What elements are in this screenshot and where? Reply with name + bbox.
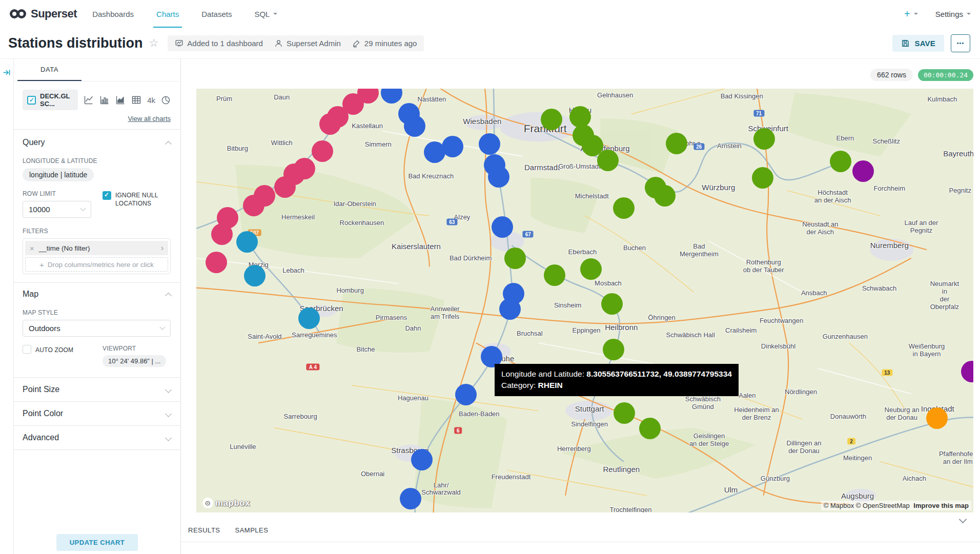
filter-time-pill[interactable]: × __time (No filter) ›: [25, 241, 168, 255]
line-chart-icon[interactable]: [84, 95, 94, 105]
road-shield: A 4: [307, 364, 319, 371]
road-shield: 71: [753, 110, 764, 116]
filter-label: __time (No filter): [39, 244, 90, 252]
map-point-cyan[interactable]: [236, 231, 258, 253]
chart-meta-badges: Added to 1 dashboard Superset Admin 29 m…: [168, 35, 424, 51]
viz-4k-option[interactable]: 4k: [147, 96, 155, 105]
map-point-blue[interactable]: [400, 488, 421, 509]
remove-filter-icon[interactable]: ×: [30, 244, 34, 253]
last-modified-badge[interactable]: 29 minutes ago: [352, 39, 417, 48]
area-chart-icon[interactable]: [115, 95, 126, 105]
map-point-purple[interactable]: [852, 160, 874, 182]
improve-map-link[interactable]: Improve this map: [913, 502, 969, 509]
map-point-blue[interactable]: [442, 136, 463, 157]
dashboard-count-badge[interactable]: Added to 1 dashboard: [175, 39, 263, 48]
superset-logo[interactable]: Superset: [9, 7, 77, 20]
road-shield: 6: [454, 427, 462, 434]
update-chart-button[interactable]: UPDATE CHART: [56, 534, 138, 551]
owner-badge[interactable]: Superset Admin: [274, 39, 341, 48]
query-section-header[interactable]: Query: [23, 138, 171, 147]
nav-item-charts[interactable]: Charts: [156, 0, 179, 28]
expand-filter-icon[interactable]: ›: [161, 243, 164, 253]
map-point-green[interactable]: [613, 197, 635, 219]
osm-attribution-link[interactable]: © OpenStreetMap: [856, 502, 910, 509]
map-point-blue[interactable]: [492, 216, 513, 238]
map-point-blue[interactable]: [479, 133, 500, 155]
map-point-orange[interactable]: [926, 407, 948, 429]
ignore-null-checkbox[interactable]: [103, 191, 111, 200]
map-point-green[interactable]: [601, 293, 623, 315]
map-point-green[interactable]: [580, 258, 602, 280]
map-point-green[interactable]: [654, 185, 676, 207]
filters-box: × __time (No filter) › + Drop columns/me…: [23, 238, 171, 274]
view-all-charts-link[interactable]: View all charts: [24, 115, 171, 122]
map-attribution[interactable]: © Mapbox © OpenStreetMap Improve this ma…: [821, 501, 971, 510]
map-style-select[interactable]: Outdoors: [23, 320, 171, 337]
tab-results[interactable]: RESULTS: [188, 526, 220, 534]
ignore-null-label: IGNORE NULL LOCATIONS: [115, 191, 162, 218]
map-point-green[interactable]: [614, 402, 635, 424]
drop-hint-label: Drop columns/metrics here or click: [48, 261, 154, 269]
expand-panel-icon[interactable]: [3, 68, 11, 77]
table-icon[interactable]: [131, 95, 141, 105]
row-count-badge: 662 rows: [870, 69, 913, 81]
map-point-pink[interactable]: [206, 252, 227, 273]
more-options-button[interactable]: •••: [951, 34, 970, 52]
tab-data[interactable]: DATA: [17, 59, 81, 81]
map-point-pink[interactable]: [274, 176, 296, 198]
bar-chart-icon[interactable]: [99, 95, 110, 105]
section-point-color[interactable]: Point Color: [14, 402, 180, 425]
map-point-blue[interactable]: [488, 166, 509, 188]
map-point-blue[interactable]: [455, 384, 477, 405]
map-point-green[interactable]: [603, 339, 624, 360]
filters-drop-zone[interactable]: + Drop columns/metrics here or click: [25, 257, 168, 272]
map-point-green[interactable]: [541, 109, 562, 130]
map-point-green[interactable]: [597, 150, 619, 171]
map-point-green[interactable]: [753, 128, 775, 150]
map-point-blue[interactable]: [404, 115, 425, 137]
map-point-blue[interactable]: [411, 449, 433, 470]
map-point-pink[interactable]: [312, 140, 333, 162]
section-point-size[interactable]: Point Size: [14, 378, 180, 401]
save-button[interactable]: SAVE: [892, 35, 944, 52]
mapbox-logo[interactable]: ⊙ mapbox: [202, 498, 250, 508]
auto-zoom-checkbox[interactable]: [23, 345, 31, 354]
map-point-pink[interactable]: [211, 223, 233, 245]
chart-header: Stations distribution ☆ Added to 1 dashb…: [0, 28, 980, 59]
chevron-up-icon: [165, 140, 172, 147]
map-point-green[interactable]: [752, 167, 773, 189]
tooltip-lonlat-value: 8.305563766511732, 49.0389774795334: [586, 370, 732, 378]
nav-item-datasets[interactable]: Datasets: [201, 0, 232, 28]
lonlat-pill[interactable]: longitude | latitude: [23, 168, 94, 181]
mapbox-attribution-link[interactable]: © Mapbox: [824, 502, 854, 509]
nav-item-dashboards[interactable]: Dashboards: [92, 0, 134, 28]
auto-zoom-label: AUTO ZOOM: [35, 345, 73, 367]
viewport-pill[interactable]: 10° 24' 49.86" | ...: [103, 355, 166, 367]
map-point-green[interactable]: [639, 418, 661, 439]
new-item-button[interactable]: +: [904, 8, 918, 20]
collapse-results-icon[interactable]: [959, 516, 967, 524]
chart-area: 662 rows 00:00:00.24: [181, 59, 980, 554]
pie-chart-icon[interactable]: [161, 95, 171, 105]
row-limit-select[interactable]: 10000: [23, 201, 91, 218]
map-point-cyan[interactable]: [244, 265, 266, 286]
row-limit-label: ROW LIMIT: [23, 190, 103, 197]
map-point-cyan[interactable]: [298, 307, 320, 329]
map-canvas[interactable]: PrümDaunNastättenGelnhausenBad Kissingen…: [196, 89, 973, 512]
mapbox-logo-text: mapbox: [215, 498, 250, 508]
settings-menu[interactable]: Settings: [935, 10, 971, 18]
map-point-blue[interactable]: [499, 298, 521, 320]
nav-item-sql[interactable]: SQL: [254, 0, 277, 28]
map-point-green[interactable]: [666, 133, 687, 154]
map-point-pink[interactable]: [319, 113, 341, 135]
map-point-green[interactable]: [504, 248, 526, 269]
favorite-star-icon[interactable]: ☆: [149, 37, 159, 49]
section-advanced[interactable]: Advanced: [14, 426, 180, 449]
tab-samples[interactable]: SAMPLES: [235, 526, 269, 534]
map-point-pink[interactable]: [243, 195, 264, 216]
mapbox-logo-icon: ⊙: [202, 498, 213, 508]
map-point-green[interactable]: [830, 151, 851, 172]
viz-type-pill[interactable]: DECK.GL SC...: [23, 90, 78, 110]
map-point-green[interactable]: [544, 264, 565, 286]
map-section-header[interactable]: Map: [23, 290, 171, 299]
